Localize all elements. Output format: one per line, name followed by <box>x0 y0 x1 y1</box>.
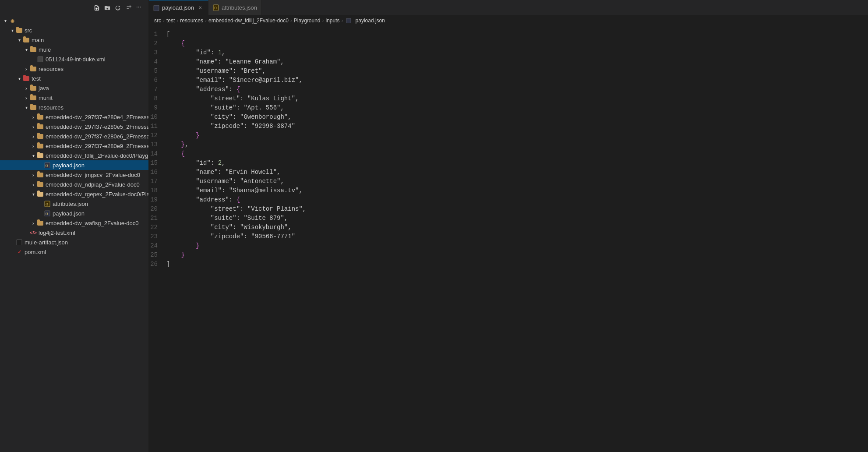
sidebar-header: ··· <box>0 0 148 16</box>
sidebar: ··· ◉ src <box>0 0 149 452</box>
tree-item-emb4[interactable]: embedded-dw_297f37-e280e9_2Fmessage-doc0 <box>0 141 148 151</box>
tree-item-log4j2[interactable]: </> log4j2-test.xml <box>0 228 148 237</box>
line-content-14: { <box>166 149 864 159</box>
line-number-23: 23 <box>149 232 166 241</box>
breadcrumb-resources: resources <box>180 18 203 24</box>
tree-item-emb-wafisg[interactable]: embedded-dw_wafisg_2Fvalue-doc0 <box>0 218 148 228</box>
code-line-12: 12 } <box>149 131 868 140</box>
tree-item-resources-main[interactable]: resources <box>0 64 148 74</box>
tree-item-emb-rgepex[interactable]: embedded-dw_rgepex_2Fvalue-doc0/Playgrou… <box>0 189 148 199</box>
tree-root[interactable]: ◉ <box>0 16 148 25</box>
emb-rgepex-chevron <box>30 191 37 198</box>
emb-fdliij-label: embedded-dw_fdliij_2Fvalue-doc0/Playgrou… <box>46 152 148 159</box>
breadcrumb-embedded: embedded-dw_fdliij_2Fvalue-doc0 <box>208 18 289 24</box>
line-content-7: "address": { <box>166 85 864 94</box>
munit-label: munit <box>39 95 53 101</box>
payload-json-icon: {} <box>44 162 51 169</box>
svg-text:{}: {} <box>214 6 218 9</box>
payload-json2-icon: {} <box>44 210 51 217</box>
tree-item-emb-ndpiap[interactable]: embedded-dw_ndpiap_2Fvalue-doc0 <box>0 180 148 189</box>
tree-item-main[interactable]: main <box>0 35 148 45</box>
code-line-11: 11 "zipcode": "92998-3874" <box>149 122 868 131</box>
emb2-chevron <box>30 123 37 130</box>
tree-item-mule-xml[interactable]: 051124-49-int-duke.xml <box>0 54 148 64</box>
code-line-3: 3 "id": 1, <box>149 48 868 57</box>
refresh-button[interactable] <box>113 4 122 12</box>
root-icon: ◉ <box>9 17 16 24</box>
resources-test-label: resources <box>39 104 64 111</box>
line-content-6: "email": "Sincere@april.biz", <box>166 76 864 85</box>
payload-json2-label: payload.json <box>53 210 85 217</box>
attributes-json-label: attributes.json <box>53 201 88 207</box>
line-content-13: }, <box>166 140 864 149</box>
line-content-24: } <box>166 241 864 251</box>
breadcrumb-file-icon <box>345 17 352 24</box>
line-number-16: 16 <box>149 168 166 177</box>
line-content-11: "zipcode": "92998-3874" <box>166 122 864 131</box>
tree-item-payload-json2[interactable]: {} payload.json <box>0 208 148 218</box>
breadcrumb-sep3: › <box>205 18 207 24</box>
tree-item-munit[interactable]: munit <box>0 93 148 102</box>
code-line-14: 14 { <box>149 149 868 159</box>
breadcrumb-sep4: › <box>290 18 292 24</box>
test-folder-icon <box>23 75 30 82</box>
tab-payload-json-close[interactable]: ✕ <box>197 4 204 11</box>
editor-area: payload.json ✕ {} attributes.json src › … <box>149 0 868 452</box>
explorer-menu-button[interactable]: ··· <box>134 4 143 12</box>
tree-item-emb-jmgscv[interactable]: embedded-dw_jmgscv_2Fvalue-doc0 <box>0 170 148 180</box>
java-folder-icon <box>30 85 37 92</box>
tab-payload-json[interactable]: payload.json ✕ <box>149 0 208 15</box>
line-content-16: "name": "Ervin Howell", <box>166 168 864 177</box>
tree-item-mule[interactable]: mule <box>0 45 148 54</box>
tab-payload-json-icon <box>153 5 159 11</box>
line-content-5: "username": "Bret", <box>166 67 864 76</box>
tree-item-emb1[interactable]: embedded-dw_297f37-e280e4_2Fmessage-doc0 <box>0 112 148 122</box>
tree-item-emb-fdliij[interactable]: embedded-dw_fdliij_2Fvalue-doc0/Playgrou… <box>0 151 148 160</box>
tab-bar: payload.json ✕ {} attributes.json <box>149 0 868 15</box>
tree-item-src[interactable]: src <box>0 25 148 35</box>
new-folder-button[interactable] <box>103 4 112 12</box>
svg-rect-11 <box>346 18 350 23</box>
code-line-15: 15 "id": 2, <box>149 159 868 168</box>
line-number-26: 26 <box>149 260 166 269</box>
new-file-button[interactable] <box>92 4 101 12</box>
tree-item-payload-json[interactable]: {} payload.json <box>0 160 148 170</box>
line-number-15: 15 <box>149 159 166 168</box>
emb-ndpiap-chevron <box>30 181 37 188</box>
collapse-button[interactable] <box>124 4 133 12</box>
tree-item-attributes-json[interactable]: {} attributes.json <box>0 199 148 208</box>
munit-folder-icon <box>30 94 37 101</box>
resources-main-chevron <box>23 65 30 72</box>
emb4-chevron <box>30 142 37 149</box>
java-label: java <box>39 85 49 92</box>
tree-item-emb3[interactable]: embedded-dw_297f37-e280e6_2Fmessage-doc0 <box>0 131 148 141</box>
tree-item-pom[interactable]: ✓ pom.xml <box>0 247 148 257</box>
tab-attributes-json-label: attributes.json <box>222 4 257 11</box>
main-folder-icon <box>23 36 30 43</box>
line-number-2: 2 <box>149 39 166 48</box>
main-label: main <box>32 37 44 43</box>
tree-item-java[interactable]: java <box>0 83 148 93</box>
emb-ndpiap-folder-icon <box>37 181 44 188</box>
line-number-11: 11 <box>149 122 166 131</box>
svg-text:{}: {} <box>45 212 49 215</box>
tree-item-test[interactable]: test <box>0 74 148 83</box>
emb3-folder-icon <box>37 133 44 140</box>
line-number-20: 20 <box>149 205 166 214</box>
test-label: test <box>32 75 41 82</box>
emb-jmgscv-folder-icon <box>37 171 44 178</box>
breadcrumb: src › test › resources › embedded-dw_fdl… <box>149 15 868 26</box>
emb2-folder-icon <box>37 123 44 130</box>
tree-item-mule-artifact[interactable]: mule-artifact.json <box>0 237 148 247</box>
code-line-24: 24 } <box>149 241 868 251</box>
tab-attributes-json[interactable]: {} attributes.json <box>208 0 262 15</box>
tree-item-emb2[interactable]: embedded-dw_297f37-e280e5_2Fmessage-doc0 <box>0 122 148 131</box>
emb1-folder-icon <box>37 113 44 120</box>
emb-rgepex-label: embedded-dw_rgepex_2Fvalue-doc0/Playgrou… <box>46 191 148 198</box>
line-content-23: "zipcode": "90566-7771" <box>166 232 864 241</box>
emb-wafisg-label: embedded-dw_wafisg_2Fvalue-doc0 <box>46 220 138 226</box>
code-editor[interactable]: 1[2 {3 "id": 1,4 "name": "Leanne Graham"… <box>149 26 868 452</box>
code-line-4: 4 "name": "Leanne Graham", <box>149 57 868 67</box>
line-number-6: 6 <box>149 76 166 85</box>
tree-item-resources-test[interactable]: resources <box>0 102 148 112</box>
